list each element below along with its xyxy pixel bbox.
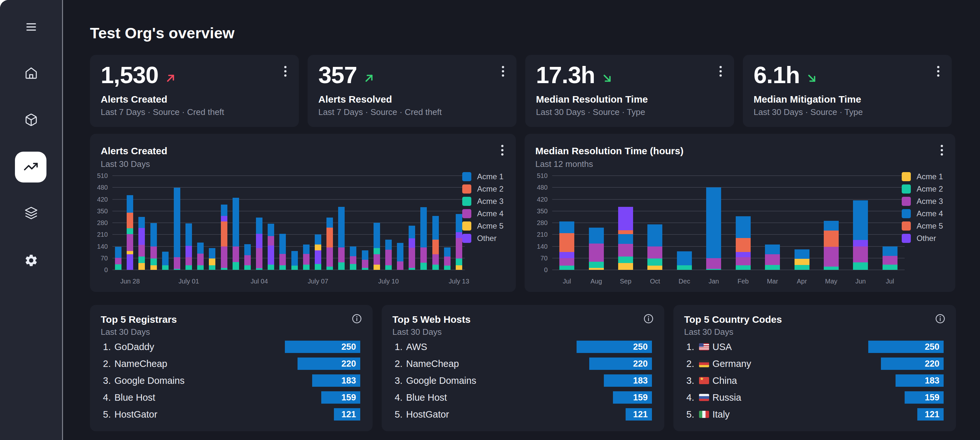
x-axis-tick-label: July 07: [308, 278, 328, 285]
list-item: 1.USA250: [686, 341, 943, 353]
gridline: [552, 175, 905, 176]
stacked-bar: [315, 234, 321, 270]
bar-segment-teal: [420, 263, 427, 270]
legend-item[interactable]: Acme 2: [902, 184, 943, 194]
bar-segment-magenta: [232, 246, 239, 262]
card-subtitle: Last 30 Days: [684, 327, 733, 337]
bar-segment-magenta: [409, 248, 415, 268]
kebab-menu-icon[interactable]: [939, 143, 944, 157]
top5-card: Top 5 Web HostsLast 30 Days1.AWS2502.Nam…: [382, 305, 664, 431]
card-subtitle: Last 30 Days: [392, 327, 442, 337]
bar-segment-teal: [244, 265, 251, 270]
stacked-bar: [338, 207, 345, 270]
legend-item[interactable]: Acme 4: [462, 209, 503, 218]
kebab-menu-icon[interactable]: [501, 65, 506, 78]
trending-up-icon: [23, 160, 38, 175]
sidebar-item-settings[interactable]: [24, 253, 38, 268]
stacked-bar: [150, 223, 157, 270]
y-axis-tick-label: 510: [97, 172, 108, 179]
legend-item[interactable]: Acme 2: [462, 184, 503, 194]
bar-segment-teal: [362, 268, 368, 270]
bar-segment-blue: [648, 224, 662, 246]
flag-usa-icon: [699, 343, 709, 350]
list-item-rank: 4.: [103, 392, 111, 403]
gridline: [112, 175, 465, 176]
stacked-bar: [138, 217, 145, 270]
gridline: [552, 270, 905, 270]
bar-segment-teal: [589, 262, 604, 268]
kebab-menu-icon[interactable]: [936, 65, 941, 78]
list-item-name: HostGator: [115, 409, 157, 420]
kpi-subtitle: Last 7 Days · Source · Cred theft: [101, 107, 224, 117]
kebab-menu-icon[interactable]: [718, 65, 723, 78]
bar-segment-teal: [883, 265, 897, 270]
legend-item[interactable]: Acme 3: [902, 197, 943, 206]
legend-item[interactable]: Acme 1: [902, 172, 943, 181]
list-item: 3.Google Domains183: [395, 375, 652, 387]
bar-segment-magenta: [150, 246, 157, 259]
bar-segment-teal: [765, 265, 780, 270]
sidebar-item-assets[interactable]: [24, 113, 38, 127]
gridline: [552, 187, 905, 188]
list-item: 2.Germany220: [686, 357, 943, 370]
bar-segment-teal: [150, 259, 157, 265]
bar-segment-magenta: [385, 250, 392, 265]
legend-label: Acme 4: [477, 209, 503, 218]
sidebar-item-home[interactable]: [24, 66, 38, 80]
list-item-name: Italy: [712, 409, 730, 420]
list-item-rank: 1.: [103, 342, 111, 352]
info-icon[interactable]: [642, 312, 655, 326]
stacked-bar: [794, 249, 810, 270]
bar-segment-blue: [794, 249, 810, 259]
info-icon[interactable]: [934, 312, 947, 326]
stacked-bar: [209, 248, 215, 270]
bar-segment-violet: [138, 228, 145, 245]
bar-segment-blue: [397, 243, 403, 261]
x-axis-tick-label: Jan: [708, 278, 719, 285]
x-axis-tick-label: Aug: [590, 278, 602, 285]
kebab-menu-icon[interactable]: [500, 143, 505, 157]
kebab-dot: [937, 70, 939, 72]
bar-segment-teal: [268, 265, 274, 270]
list-item-name: Germany: [712, 359, 751, 369]
info-icon[interactable]: [350, 312, 363, 326]
kebab-dot: [937, 75, 939, 77]
rank-bar-value: 183: [341, 375, 356, 387]
bar-segment-magenta: [138, 245, 145, 256]
stacked-bar: [162, 252, 169, 270]
legend-item[interactable]: Other: [902, 234, 943, 243]
bar-segment-teal: [853, 262, 868, 270]
bar-segment-teal: [115, 264, 121, 270]
bar-segment-blue: [853, 200, 868, 240]
sidebar-item-analytics-active[interactable]: [15, 152, 46, 183]
stacked-bar: [350, 246, 356, 270]
legend-item[interactable]: Acme 3: [462, 197, 503, 206]
bar-segment-orange: [824, 230, 839, 247]
legend-item[interactable]: Acme 4: [902, 209, 943, 218]
legend-item[interactable]: Acme 1: [462, 172, 503, 181]
kebab-dot: [937, 66, 939, 68]
bar-segment-orange: [326, 228, 333, 248]
list-item-name: Google Domains: [115, 375, 185, 386]
trend-down-arrow-icon: [600, 71, 614, 85]
list-item-rank: 4.: [395, 392, 402, 403]
legend-item[interactable]: Acme 5: [462, 221, 503, 230]
rank-bar-value: 220: [925, 357, 939, 370]
bar-segment-blue: [432, 216, 439, 240]
bar-segment-orange: [432, 240, 439, 254]
sidebar-item-layers[interactable]: [24, 206, 38, 220]
bar-segment-magenta: [127, 234, 133, 251]
list-item-rank: 1.: [395, 342, 402, 352]
stacked-bar: [444, 248, 450, 270]
legend-item[interactable]: Acme 5: [902, 221, 943, 230]
menu-icon[interactable]: [24, 19, 39, 35]
bar-segment-blue: [150, 223, 157, 246]
y-axis-tick-label: 350: [97, 207, 108, 214]
bar-segment-blue: [456, 214, 462, 232]
list-item-name: Blue Host: [115, 392, 155, 403]
kpi-value-row: 17.3h: [536, 61, 614, 88]
top5-card: Top 5 Country CodesLast 30 Days1.USA2502…: [673, 305, 956, 431]
legend-swatch: [462, 221, 471, 230]
kebab-menu-icon[interactable]: [283, 65, 288, 78]
legend-item[interactable]: Other: [462, 234, 503, 243]
